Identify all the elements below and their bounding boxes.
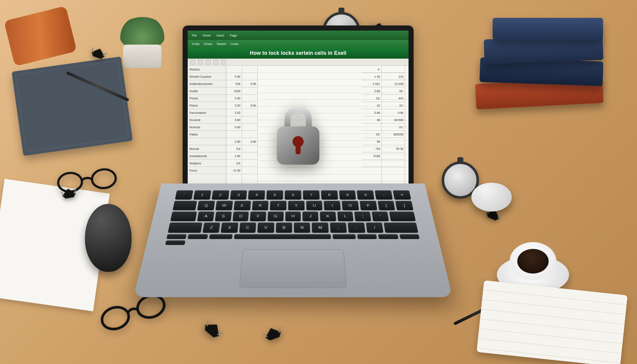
ribbon-group[interactable]: Tannen (217, 42, 226, 45)
svg-point-2 (99, 304, 131, 332)
computer-mouse (85, 204, 132, 272)
spreadsheet-grid[interactable]: ReloticsWhotet CoryniceSottenripndocsenS… (188, 66, 409, 188)
ribbon-groups: Fonts Choes Tannen Conte (188, 40, 409, 48)
desk-scene: File Home Insert Page Fonts Choes Tannen… (0, 0, 637, 364)
data-column: 21015:49806:44122:4:9666:50061:80525059:… (382, 66, 405, 188)
excel-window: File Home Insert Page Fonts Choes Tannen… (188, 31, 409, 188)
laptop: File Home Insert Page Fonts Choes Tannen… (161, 25, 425, 331)
computer-mouse (471, 183, 512, 212)
ribbon-tab[interactable]: Page (230, 34, 237, 37)
data-column: 5:9853831005.903:203:203:605:403.805:81:… (226, 66, 242, 188)
laptop-screen: File Home Insert Page Fonts Choes Tannen… (183, 25, 414, 193)
formula-bar[interactable] (188, 59, 409, 66)
svg-rect-6 (296, 143, 301, 154)
laptop-keyboard: `1234567890-=QWERTYUIOP[]ASDFGHJKL;'ZXCV… (133, 183, 453, 297)
padlock-icon (264, 93, 332, 170)
ribbon-tab[interactable]: Insert (217, 34, 224, 37)
ribbon-tab[interactable]: File (192, 34, 197, 37)
data-column: 3:583:663.80 (242, 66, 258, 188)
ribbon-tabs: File Home Insert Page (188, 31, 409, 40)
row-labels-column: ReloticsWhotet CoryniceSottenripndocsenS… (188, 66, 226, 188)
ribbon-group[interactable]: Conte (231, 42, 239, 45)
grey-notebook (11, 56, 132, 156)
book-stack (471, 30, 607, 132)
ribbon-group[interactable]: Choes (204, 42, 212, 45)
ribbon-tab[interactable]: Home (203, 34, 211, 37)
svg-point-1 (91, 168, 116, 189)
leather-roll (4, 6, 77, 66)
trackpad (239, 249, 347, 288)
data-column: 4:x 284 5612:8016:222:483820:50-½90185 (362, 66, 382, 188)
spiral-notepad (476, 280, 628, 364)
document-title: How to lock lockx sertein cells in Exell (188, 48, 409, 59)
ribbon-group[interactable]: Fonts (192, 42, 200, 45)
